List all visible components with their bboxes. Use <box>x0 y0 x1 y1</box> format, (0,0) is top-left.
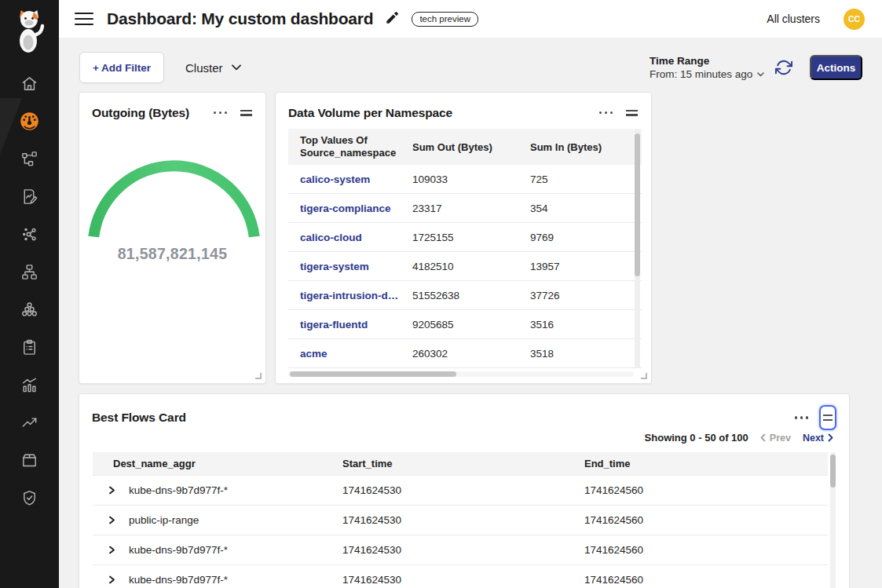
sidebar-item-policies[interactable] <box>0 179 59 214</box>
card-resize-handle[interactable] <box>255 373 262 379</box>
network-sitemap-icon <box>20 263 38 281</box>
sum-in-value: 37726 <box>530 290 642 301</box>
end-time: 1741624560 <box>584 514 828 526</box>
vertical-scrollbar[interactable] <box>635 129 640 368</box>
sum-in-value: 3516 <box>530 319 642 331</box>
flow-visualization-icon <box>20 150 38 168</box>
sidebar-item-trends[interactable] <box>0 405 59 440</box>
column-header: Dest_name_aggr <box>113 458 342 469</box>
card-menu-icon[interactable] <box>793 413 810 422</box>
sidebar-item-home[interactable] <box>0 66 59 100</box>
flows-table: Dest_name_aggr Start_time End_time kube-… <box>93 452 828 588</box>
table-row: kube-dns-9b7d977f-* 1741624530 174162456… <box>93 535 828 565</box>
sum-in-value: 354 <box>530 203 642 214</box>
table-row: tigera-system 4182510 13957 <box>288 252 642 281</box>
sidebar-item-security[interactable] <box>0 480 59 515</box>
sum-in-value: 725 <box>530 173 642 185</box>
sidebar-item-network[interactable] <box>0 254 59 289</box>
pagination: Showing 0 - 50 of 100 Prev Next <box>645 432 833 444</box>
refresh-button[interactable] <box>775 59 794 78</box>
time-range-dropdown[interactable]: From: 15 minutes ago <box>650 68 764 80</box>
namespace-link[interactable]: calico-cloud <box>300 232 412 243</box>
start-time: 1741624530 <box>342 514 584 526</box>
compliance-clipboard-icon <box>20 338 38 356</box>
dashboard-gauge-icon <box>19 111 40 132</box>
sidebar-item-clusters[interactable] <box>0 292 59 327</box>
policies-icon <box>20 188 38 206</box>
namespace-link[interactable]: acme <box>300 348 412 360</box>
expand-row-chevron[interactable] <box>108 575 129 584</box>
sidebar-item-statistics[interactable] <box>0 367 59 402</box>
avatar[interactable]: CC <box>844 9 865 30</box>
sidebar-item-service-graph[interactable] <box>0 217 59 251</box>
data-volume-card: Data Volume per Namespace Top Values Of … <box>275 92 652 384</box>
calico-dashboard-screen: Dashboard: My custom dashboard tech prev… <box>0 0 882 588</box>
card-title: Outgoing (Bytes) <box>92 106 189 120</box>
security-shield-icon <box>20 489 38 507</box>
expand-row-chevron[interactable] <box>108 516 129 524</box>
card-drag-handle-icon[interactable] <box>240 104 253 122</box>
next-page-button[interactable]: Next <box>803 433 833 444</box>
table-row: calico-cloud 1725155 9769 <box>288 223 642 252</box>
prev-page-button[interactable]: Prev <box>760 433 791 444</box>
pagination-status: Showing 0 - 50 of 100 <box>645 432 748 444</box>
start-time: 1741624530 <box>342 484 584 496</box>
table-row: public-ip-range 1741624530 1741624560 <box>93 506 828 535</box>
tech-preview-badge: tech preview <box>412 12 478 27</box>
card-resize-handle[interactable] <box>641 373 647 379</box>
sidebar-item-workloads[interactable] <box>0 443 59 477</box>
chevron-down-icon <box>757 72 764 77</box>
sum-out-value: 23317 <box>412 203 530 214</box>
cluster-selector[interactable]: All clusters <box>767 13 820 25</box>
table-row: tigera-fluentd 9205685 3516 <box>288 310 642 339</box>
namespace-link[interactable]: tigera-compliance <box>300 203 412 214</box>
trends-icon <box>20 414 38 432</box>
start-time: 1741624530 <box>342 574 584 586</box>
table-header-row: Top Values Of Source_namespace Sum Out (… <box>288 129 642 165</box>
time-range-block: Time Range From: 15 minutes ago <box>650 55 764 80</box>
edit-pencil-icon[interactable] <box>385 10 400 28</box>
expand-row-chevron[interactable] <box>108 486 129 495</box>
sum-in-value: 9769 <box>530 232 642 243</box>
card-drag-handle-icon[interactable] <box>625 104 639 122</box>
calico-cat-logo[interactable] <box>12 8 46 58</box>
table-row: tigera-compliance 23317 354 <box>288 194 642 223</box>
column-header: Sum In (Bytes) <box>530 141 642 153</box>
sum-out-value: 109033 <box>412 173 530 185</box>
sidebar <box>0 0 59 588</box>
namespace-link[interactable]: calico-system <box>300 173 412 185</box>
cluster-filter-dropdown[interactable]: Cluster <box>185 52 241 83</box>
table-row: kube-dns-9b7d977f-* 1741624530 174162456… <box>93 565 828 588</box>
dest-name: kube-dns-9b7d977f-* <box>129 484 342 496</box>
vertical-scrollbar[interactable] <box>830 452 836 588</box>
table-row: calico-system 109033 725 <box>288 165 642 194</box>
actions-button[interactable]: Actions <box>810 55 862 80</box>
sidebar-item-dashboards[interactable] <box>0 104 59 138</box>
statistics-icon <box>20 376 38 394</box>
sidebar-item-compliance[interactable] <box>0 330 59 364</box>
sum-out-value: 51552638 <box>412 290 530 301</box>
end-time: 1741624560 <box>584 574 828 586</box>
add-filter-button[interactable]: + Add Filter <box>79 52 164 83</box>
clusters-icon <box>20 301 38 319</box>
card-menu-icon[interactable] <box>212 108 229 117</box>
card-drag-handle-focused[interactable] <box>819 405 836 430</box>
hamburger-menu-icon[interactable] <box>75 9 93 29</box>
card-menu-icon[interactable] <box>598 108 614 117</box>
table-row: acme 260302 3518 <box>288 339 642 368</box>
table-row: tigera-intrusion-d… 51552638 37726 <box>288 281 642 310</box>
chevron-left-icon <box>760 433 766 442</box>
sum-out-value: 9205685 <box>412 319 530 331</box>
expand-row-chevron[interactable] <box>108 546 129 554</box>
namespace-link[interactable]: tigera-system <box>300 261 412 272</box>
column-header: End_time <box>584 458 828 469</box>
namespace-link[interactable]: tigera-fluentd <box>300 319 412 331</box>
sidebar-item-flow-visualizations[interactable] <box>0 141 59 176</box>
namespace-link[interactable]: tigera-intrusion-d… <box>300 290 412 301</box>
end-time: 1741624560 <box>584 484 828 496</box>
horizontal-scrollbar[interactable] <box>288 371 634 377</box>
sum-in-value: 13957 <box>530 261 642 272</box>
chevron-down-icon <box>232 64 241 71</box>
gauge-arc <box>87 155 261 254</box>
start-time: 1741624530 <box>342 544 584 556</box>
